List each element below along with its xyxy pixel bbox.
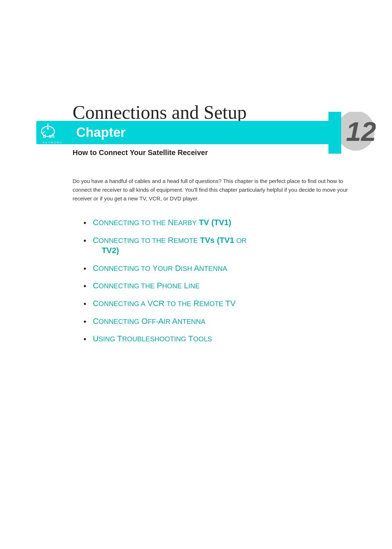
chapter-banner-row: d • sh NETWORK Chapter <box>36 121 370 144</box>
dish-logo-svg: d • sh <box>40 121 65 139</box>
svg-text:12: 12 <box>346 116 376 147</box>
toc-bullet-5: • <box>83 299 86 309</box>
chapter-number-area: 12 <box>328 112 370 152</box>
svg-text:sh: sh <box>49 133 54 139</box>
chapter-main-title: Connections and Setup <box>73 102 370 123</box>
toc-bullet-4: • <box>83 281 86 291</box>
dish-logo-box: d • sh NETWORK <box>36 121 69 144</box>
toc-item-4: • CONNECTING THE PHONE LINE <box>83 281 356 291</box>
toc-bullet-3: • <box>83 264 86 273</box>
chapter-number-svg: 12 <box>328 112 376 154</box>
toc-item-2: • CONNECTING TO THE REMOTE TVs (TV1 OR T… <box>83 235 356 256</box>
dish-logo: d • sh NETWORK <box>40 121 65 144</box>
toc-item-7: • USING TROUBLESHOOTING TOOLS <box>83 334 356 344</box>
intro-section: Do you have a handful of cables and a he… <box>73 177 356 203</box>
chapter-label: Chapter <box>76 125 126 140</box>
intro-text: Do you have a handful of cables and a he… <box>73 177 356 203</box>
toc-text-1b: TV (TV1) <box>199 218 231 227</box>
toc-label-1: CONNECTING TO THE NEARBY TV (TV1) <box>93 217 231 228</box>
toc-section: • CONNECTING TO THE NEARBY TV (TV1) • CO… <box>83 217 356 344</box>
toc-label-5: CONNECTING A VCR TO THE REMOTE TV <box>93 298 236 309</box>
toc-bullet-2: • <box>83 236 86 245</box>
toc-bullet-1: • <box>83 218 86 228</box>
toc-text-1a: CONNECTING TO THE NEARBY <box>93 218 199 227</box>
toc-bullet-6: • <box>83 317 86 326</box>
chapter-header: Connections and Setup d • sh <box>36 102 370 157</box>
toc-text-2a: CONNECTING TO THE REMOTE <box>93 236 200 245</box>
toc-item-3: • CONNECTING TO YOUR DISH ANTENNA <box>83 263 356 274</box>
svg-text:d: d <box>43 133 46 139</box>
toc-label-7: USING TROUBLESHOOTING TOOLS <box>93 334 212 344</box>
toc-item-5: • CONNECTING A VCR TO THE REMOTE TV <box>83 298 356 309</box>
page-container: Connections and Setup d • sh <box>0 102 392 549</box>
chapter-subtitle: How to Connect Your Satellite Receiver <box>73 149 370 157</box>
svg-text:•: • <box>46 135 48 138</box>
toc-item-6: • CONNECTING OFF-AIR ANTENNA <box>83 316 356 327</box>
dish-network-label: NETWORK <box>40 141 65 144</box>
toc-bullet-7: • <box>83 334 86 344</box>
chapter-banner: Chapter <box>69 121 370 144</box>
svg-rect-8 <box>328 112 341 154</box>
toc-label-2: CONNECTING TO THE REMOTE TVs (TV1 OR TV2… <box>93 235 247 256</box>
toc-label-4: CONNECTING THE PHONE LINE <box>93 281 200 291</box>
toc-label-3: CONNECTING TO YOUR DISH ANTENNA <box>93 263 227 274</box>
toc-item-1: • CONNECTING TO THE NEARBY TV (TV1) <box>83 217 356 228</box>
svg-point-3 <box>47 127 49 130</box>
toc-label-6: CONNECTING OFF-AIR ANTENNA <box>93 316 205 327</box>
